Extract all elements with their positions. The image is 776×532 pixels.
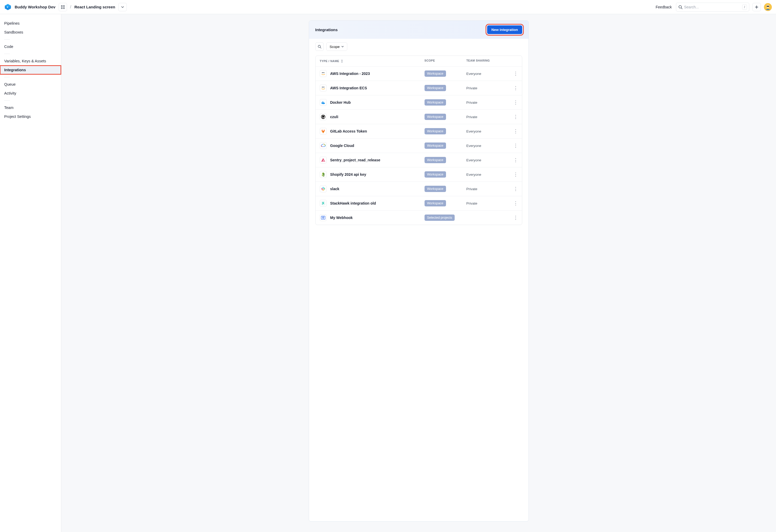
sidebar-separator xyxy=(4,54,10,54)
new-integration-button[interactable]: New integration xyxy=(487,25,522,34)
scope-badge: Workspace xyxy=(424,157,446,163)
row-actions-button[interactable]: ⋮ xyxy=(507,143,518,149)
integration-name: StackHawk integration old xyxy=(330,201,376,205)
row-actions-button[interactable]: ⋮ xyxy=(507,128,518,134)
integration-name: Shopify 2024 api key xyxy=(330,172,366,177)
svg-rect-16 xyxy=(323,102,323,103)
table-row[interactable]: StackHawk integration oldWorkspacePrivat… xyxy=(316,196,522,211)
stackhawk-icon xyxy=(320,200,327,207)
search-icon xyxy=(318,45,321,48)
row-actions-button[interactable]: ⋮ xyxy=(507,157,518,163)
svg-text:aws: aws xyxy=(322,86,325,88)
scope-badge: Workspace xyxy=(424,143,446,149)
scope-badge: Workspace xyxy=(424,99,446,106)
row-actions-button[interactable]: ⋮ xyxy=(507,85,518,91)
grid-menu-button[interactable] xyxy=(59,3,67,11)
table-row[interactable]: awsAWS Integration ECSWorkspacePrivate⋮ xyxy=(316,81,522,96)
main-content: Integrations New integration Scope TYPE … xyxy=(61,14,776,532)
svg-rect-2 xyxy=(61,5,62,7)
sidebar-item-queue[interactable]: Queue xyxy=(0,80,61,89)
sharing-value: Private xyxy=(466,115,507,119)
sidebar-item-activity[interactable]: Activity xyxy=(0,89,61,98)
sharing-value: Everyone xyxy=(466,173,507,177)
search-shortcut-key: / xyxy=(742,4,747,10)
row-actions-button[interactable]: ⋮ xyxy=(507,100,518,105)
feedback-link[interactable]: Feedback xyxy=(656,5,672,9)
integrations-table: TYPE / NAME ▲▼ SCOPE TEAM SHARING awsAWS… xyxy=(315,55,522,225)
table-row[interactable]: GitLab Access TokenWorkspaceEveryone⋮ xyxy=(316,124,522,139)
webhook-icon xyxy=(320,214,327,221)
panel-header: Integrations New integration xyxy=(309,21,529,39)
add-button[interactable] xyxy=(752,3,761,11)
gcloud-icon xyxy=(320,142,327,149)
table-row[interactable]: czuliWorkspacePrivate⋮ xyxy=(316,110,522,124)
integration-name: GitLab Access Token xyxy=(330,129,367,133)
svg-rect-4 xyxy=(61,8,62,9)
sidebar-item-sandboxes[interactable]: Sandboxes xyxy=(0,28,61,37)
row-actions-button[interactable]: ⋮ xyxy=(507,215,518,220)
row-actions-button[interactable]: ⋮ xyxy=(507,172,518,177)
row-actions-button[interactable]: ⋮ xyxy=(507,186,518,192)
sharing-value: Everyone xyxy=(466,129,507,133)
table-row[interactable]: awsAWS Integration - 2023WorkspaceEveryo… xyxy=(316,66,522,81)
table-header: TYPE / NAME ▲▼ SCOPE TEAM SHARING xyxy=(316,56,522,66)
gitlab-icon xyxy=(320,128,327,135)
svg-rect-3 xyxy=(63,5,64,7)
svg-point-25 xyxy=(324,188,325,188)
svg-line-12 xyxy=(320,47,321,48)
scope-badge: Workspace xyxy=(424,70,446,77)
integration-name: AWS Integration - 2023 xyxy=(330,71,370,76)
svg-rect-20 xyxy=(323,187,324,189)
buddy-logo-icon[interactable] xyxy=(4,3,12,11)
sidebar-item-project-settings[interactable]: Project Settings xyxy=(0,112,61,121)
user-avatar[interactable] xyxy=(764,3,772,11)
table-row[interactable]: Sentry_project_read_releaseWorkspaceEver… xyxy=(316,153,522,167)
sort-icon: ▲▼ xyxy=(341,59,343,63)
sharing-value: Private xyxy=(466,101,507,105)
sidebar-item-code[interactable]: Code xyxy=(0,42,61,51)
column-type-name[interactable]: TYPE / NAME ▲▼ xyxy=(320,59,424,63)
table-row[interactable]: Google CloudWorkspaceEveryone⋮ xyxy=(316,139,522,153)
scope-filter-button[interactable]: Scope xyxy=(326,42,347,51)
integration-name: Google Cloud xyxy=(330,144,354,148)
svg-rect-23 xyxy=(321,189,323,189)
svg-text:aws: aws xyxy=(322,72,325,73)
docker-icon xyxy=(320,99,327,106)
svg-point-26 xyxy=(324,190,325,190)
row-actions-button[interactable]: ⋮ xyxy=(507,200,518,206)
table-row[interactable]: My WebhookSelected projects⋮ xyxy=(316,211,522,225)
sidebar-item-pipelines[interactable]: Pipelines xyxy=(0,19,61,28)
github-icon xyxy=(320,114,327,120)
search-input[interactable] xyxy=(684,5,741,9)
scope-badge: Workspace xyxy=(424,85,446,91)
scope-badge: Workspace xyxy=(424,128,446,134)
column-scope[interactable]: SCOPE xyxy=(424,59,466,63)
sidebar-item-team[interactable]: Team xyxy=(0,103,61,112)
svg-point-27 xyxy=(322,190,323,190)
svg-rect-22 xyxy=(323,189,324,191)
sidebar-item-integrations[interactable]: Integrations xyxy=(0,65,61,74)
table-row[interactable]: Shopify 2024 api keyWorkspaceEveryone⋮ xyxy=(316,167,522,182)
workspace-name[interactable]: Buddy Workshop Dev xyxy=(15,5,55,9)
project-name[interactable]: React Landing screen xyxy=(74,5,115,9)
sharing-value: Private xyxy=(466,201,507,205)
search-icon xyxy=(678,5,683,9)
integration-name: Sentry_project_read_release xyxy=(330,158,380,162)
panel-toolbar: Scope xyxy=(309,39,529,52)
sidebar-separator xyxy=(4,100,10,101)
chevron-down-icon xyxy=(341,45,344,48)
project-dropdown-button[interactable] xyxy=(119,3,127,11)
table-row[interactable]: slackWorkspacePrivate⋮ xyxy=(316,182,522,196)
scope-badge: Selected projects xyxy=(424,214,455,221)
sidebar: PipelinesSandboxesCodeVariables, Keys & … xyxy=(0,14,61,532)
column-team-sharing[interactable]: TEAM SHARING xyxy=(466,59,507,63)
sharing-value: Everyone xyxy=(466,144,507,148)
row-actions-button[interactable]: ⋮ xyxy=(507,71,518,76)
search-box[interactable]: / xyxy=(676,3,749,12)
filter-search-button[interactable] xyxy=(315,42,324,51)
sidebar-item-variables-keys-assets[interactable]: Variables, Keys & Assets xyxy=(0,56,61,65)
row-actions-button[interactable]: ⋮ xyxy=(507,114,518,120)
table-row[interactable]: Docker HubWorkspacePrivate⋮ xyxy=(316,96,522,110)
svg-rect-21 xyxy=(324,189,325,189)
sentry-icon xyxy=(320,157,327,163)
